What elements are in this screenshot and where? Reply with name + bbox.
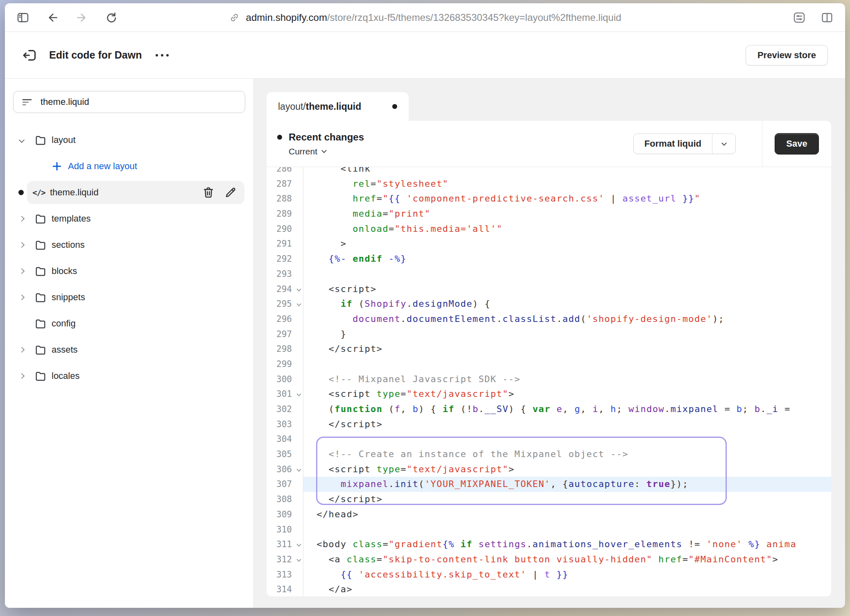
folder-icon (34, 213, 47, 225)
reload-icon[interactable] (105, 11, 118, 24)
line-number: 302 (267, 402, 303, 417)
code-line-294[interactable]: 294 <script> (267, 282, 831, 297)
line-number: 288 (267, 191, 303, 206)
split-view-icon[interactable] (821, 11, 834, 24)
back-icon[interactable] (46, 11, 59, 24)
chevron-right-icon[interactable] (19, 268, 25, 274)
code-line-288[interactable]: 288 href="{{ 'component-predictive-searc… (267, 191, 831, 206)
sidebar-item-blocks[interactable]: blocks (5, 258, 253, 284)
file-sidebar: layoutAdd a new layout</>theme.liquidtem… (5, 79, 254, 608)
chevron-right-icon[interactable] (19, 216, 25, 222)
code-line-293[interactable]: 293 (267, 267, 831, 282)
trash-icon[interactable] (202, 186, 215, 199)
browser-window: admin.shopify.com/store/rzq1xu-f5/themes… (5, 3, 845, 608)
chevron-down-icon[interactable] (19, 137, 25, 143)
line-number: 296 (267, 312, 303, 327)
browser-extensions-icon[interactable] (793, 11, 806, 24)
code-line-287[interactable]: 287 rel="stylesheet" (267, 177, 831, 192)
code-line-298[interactable]: 298 </script> (267, 342, 831, 357)
code-line-301[interactable]: 301 <script type="text/javascript"> (267, 387, 831, 402)
plus-icon (51, 161, 63, 172)
sidebar-item-theme-liquid[interactable]: </>theme.liquid (27, 181, 244, 204)
code-line-306[interactable]: 306 <script type="text/javascript"> (267, 462, 831, 477)
code-line-302[interactable]: 302 (function (f, b) { if (!b.__SV) { va… (267, 402, 831, 417)
code-line-290[interactable]: 290 onload="this.media='all'" (267, 222, 831, 237)
exit-code-editor-icon[interactable] (21, 47, 38, 63)
code-line-295[interactable]: 295 if (Shopify.designMode) { (267, 297, 831, 312)
sidebar-item-sections[interactable]: sections (5, 232, 253, 258)
chevron-right-icon[interactable] (19, 347, 25, 353)
code-line-314[interactable]: 314 </a> (267, 582, 831, 596)
line-number: 309 (267, 507, 303, 522)
line-number: 306 (267, 462, 303, 477)
code-line-289[interactable]: 289 media="print" (267, 206, 831, 222)
sidebar-item-label: snippets (52, 292, 85, 303)
sidebar-item-config[interactable]: config (5, 310, 253, 337)
code-line-296[interactable]: 296 document.documentElement.classList.a… (267, 312, 831, 327)
chevron-right-icon[interactable] (19, 373, 25, 379)
code-line-305[interactable]: 305 <!-- Create an instance of the Mixpa… (267, 447, 831, 462)
browser-sidebar-toggle-icon[interactable] (16, 11, 29, 24)
url-host: admin.shopify.com (246, 12, 327, 23)
file-search[interactable] (13, 91, 245, 113)
line-number: 300 (267, 372, 303, 387)
version-dropdown[interactable]: Current (277, 147, 326, 156)
sidebar-item-locales[interactable]: locales (5, 363, 253, 389)
chevron-right-icon[interactable] (19, 294, 25, 300)
code-line-312[interactable]: 312 <a class="skip-to-content-link butto… (267, 552, 831, 567)
code-line-300[interactable]: 300 <!-- Mixpanel Javascript SDK --> (267, 372, 831, 387)
fold-chevron-icon[interactable] (296, 542, 301, 547)
editor-toolbar: Recent changes Current Format liquid (267, 121, 831, 167)
sidebar-item-label: locales (52, 371, 79, 381)
line-number: 301 (267, 387, 303, 402)
line-number: 298 (267, 342, 303, 357)
line-number: 312 (267, 552, 303, 567)
code-line-304[interactable]: 304 (267, 432, 831, 447)
chevron-right-icon[interactable] (19, 242, 25, 248)
fold-chevron-icon[interactable] (296, 392, 301, 396)
sidebar-item-add-a-new-layout[interactable]: Add a new layout (5, 153, 253, 179)
fold-chevron-icon[interactable] (296, 557, 301, 562)
folder-icon (34, 291, 47, 303)
line-number: 289 (267, 206, 303, 222)
pencil-icon[interactable] (224, 186, 237, 199)
chevron-down-icon (721, 140, 727, 146)
code-line-313[interactable]: 313 {{ 'accessibility.skip_to_text' | t … (267, 567, 831, 582)
line-number: 303 (267, 417, 303, 432)
code-line-297[interactable]: 297 } (267, 327, 831, 342)
code-line-308[interactable]: 308 </script> (267, 492, 831, 507)
code-line-286[interactable]: 286 <link (267, 167, 831, 177)
sidebar-item-assets[interactable]: assets (5, 337, 253, 363)
save-button[interactable]: Save (775, 133, 818, 154)
sidebar-item-templates[interactable]: templates (5, 206, 253, 232)
code-line-307[interactable]: 307 mixpanel.init('YOUR_MIXPANEL_TOKEN',… (267, 477, 831, 492)
code-line-311[interactable]: 311 <body class="gradient{% if settings.… (267, 537, 831, 552)
code-line-310[interactable]: 310 (267, 522, 831, 537)
fold-chevron-icon[interactable] (296, 302, 301, 306)
fold-chevron-icon[interactable] (296, 467, 301, 471)
sidebar-item-snippets[interactable]: snippets (5, 284, 253, 310)
code-line-292[interactable]: 292 {%- endif -%} (267, 251, 831, 267)
unsaved-file-dot (18, 190, 24, 195)
code-editor[interactable]: 286 <link287 rel="stylesheet"288 href="{… (267, 167, 831, 596)
search-input[interactable] (41, 97, 237, 107)
preview-store-button[interactable]: Preview store (746, 45, 828, 66)
more-actions-icon[interactable] (156, 54, 169, 57)
code-line-299[interactable]: 299 (267, 357, 831, 372)
tab-theme-liquid[interactable]: layout/theme.liquid (267, 92, 409, 121)
address-bar[interactable]: admin.shopify.com/store/rzq1xu-f5/themes… (229, 12, 622, 23)
tab-path-prefix: layout/ (278, 101, 306, 112)
line-number: 290 (267, 222, 303, 237)
version-label: Current (289, 147, 317, 156)
fold-chevron-icon[interactable] (296, 287, 301, 291)
code-line-309[interactable]: 309 </head> (267, 507, 831, 522)
sidebar-item-label: Add a new layout (68, 161, 137, 172)
line-number: 295 (267, 297, 303, 312)
sidebar-item-layout[interactable]: layout (5, 127, 253, 153)
sidebar-item-label: templates (52, 213, 90, 224)
forward-icon[interactable] (75, 11, 88, 24)
code-line-303[interactable]: 303 </script> (267, 417, 831, 432)
code-line-291[interactable]: 291 > (267, 236, 831, 251)
format-liquid-dropdown[interactable] (712, 134, 735, 154)
format-liquid-button[interactable]: Format liquid (634, 134, 712, 154)
